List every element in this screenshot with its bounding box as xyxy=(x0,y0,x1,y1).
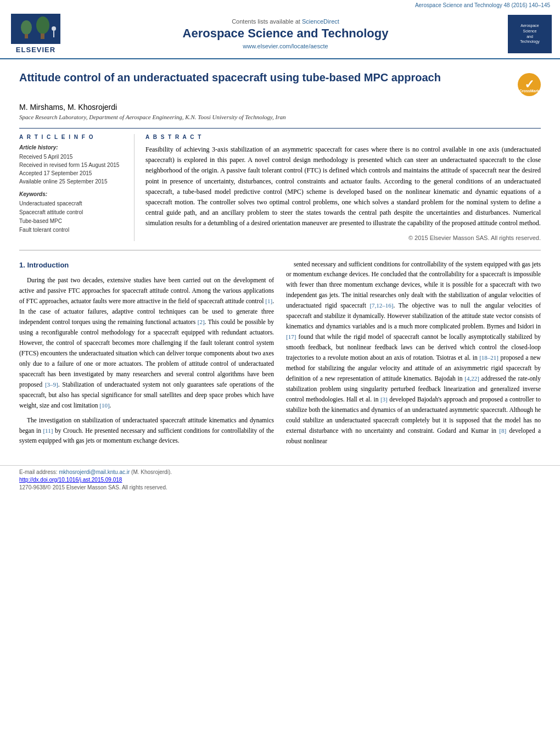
keyword-4: Fault tolerant control xyxy=(19,226,126,235)
body-para-1: During the past two decades, extensive s… xyxy=(19,275,274,411)
journal-url: www.elsevier.com/locate/aescte xyxy=(71,43,500,49)
article-title-row: Attitude control of an underactuated spa… xyxy=(19,70,541,96)
ref-3-hall-link[interactable]: [3] xyxy=(380,396,388,403)
body-left-column: 1. Introduction During the past two deca… xyxy=(19,259,274,451)
article-container: Attitude control of an underactuated spa… xyxy=(0,59,560,462)
article-info-abstract-section: A R T I C L E I N F O Article history: R… xyxy=(19,128,541,241)
crossmark-logo: ✓ CrossMark xyxy=(518,73,541,96)
journal-logo-container: AerospaceScienceandTechnology xyxy=(505,15,555,53)
crossmark-svg: ✓ CrossMark xyxy=(518,73,541,96)
article-title: Attitude control of an underactuated spa… xyxy=(19,70,518,85)
ref-11-link[interactable]: [11] xyxy=(43,427,53,434)
elsevier-wordmark: ELSEVIER xyxy=(16,46,55,54)
body-content: 1. Introduction During the past two deca… xyxy=(19,259,541,451)
body-right-column: sented necessary and sufficient conditio… xyxy=(286,259,541,451)
ref-4-22-link[interactable]: [4,22] xyxy=(464,375,479,382)
keyword-3: Tube-based MPC xyxy=(19,217,126,226)
crossmark-icon: ✓ CrossMark xyxy=(518,73,541,96)
history-line-1: Received 5 April 2015 xyxy=(19,153,126,161)
header-center: Contents lists available at ScienceDirec… xyxy=(66,18,505,49)
body-para-2: The investigation on stabilization of un… xyxy=(19,415,274,447)
journal-logo-text: AerospaceScienceandTechnology xyxy=(520,23,539,44)
svg-text:CrossMark: CrossMark xyxy=(519,89,539,93)
article-info-header: A R T I C L E I N F O xyxy=(19,134,126,140)
keywords-list: Underactuated spacecraft Spacecraft atti… xyxy=(19,199,126,235)
authors: M. Mirshams, M. Khosrojerdi xyxy=(19,103,541,111)
footer-email-line: E-mail address: mkhosrojerdi@mail.kntu.a… xyxy=(19,469,541,475)
section-divider xyxy=(19,250,541,250)
journal-ref-bar: Aerospace Science and Technology 48 (201… xyxy=(0,0,560,9)
ref-10-link[interactable]: [10] xyxy=(99,402,109,409)
history-label: Article history: xyxy=(19,144,126,150)
journal-title: Aerospace Science and Technology xyxy=(71,26,500,41)
header-contents-line: Contents lists available at ScienceDirec… xyxy=(71,18,500,25)
svg-rect-4 xyxy=(41,34,44,39)
elsevier-logo-box xyxy=(11,14,60,44)
elsevier-logo: ELSEVIER xyxy=(5,14,66,54)
body-para-3: sented necessary and sufficient conditio… xyxy=(286,259,541,447)
ref-17-link[interactable]: [17] xyxy=(286,333,296,340)
journal-ref-text: Aerospace Science and Technology 48 (201… xyxy=(415,2,550,8)
keywords-label: Keywords: xyxy=(19,191,126,197)
doi-link[interactable]: http://dx.doi.org/10.1016/j.ast.2015.09.… xyxy=(19,477,122,483)
email-person: M. Khosrojerdi xyxy=(133,469,168,475)
keyword-2: Spacecraft attitude control xyxy=(19,208,126,217)
ref-1-link[interactable]: [1] xyxy=(265,298,272,304)
abstract-column: A B S T R A C T Feasibility of achieving… xyxy=(145,134,541,241)
journal-logo-box: AerospaceScienceandTechnology xyxy=(508,15,552,53)
history-line-4: Available online 25 September 2015 xyxy=(19,177,126,186)
svg-point-3 xyxy=(36,16,49,34)
ref-18-21-link[interactable]: [18–21] xyxy=(479,354,499,361)
sciencedirect-link[interactable]: ScienceDirect xyxy=(302,18,339,25)
ref-2-link[interactable]: [2] xyxy=(198,319,205,325)
svg-point-1 xyxy=(21,20,32,35)
history-line-3: Accepted 17 September 2015 xyxy=(19,169,126,177)
history-line-2: Received in revised form 15 August 2015 xyxy=(19,161,126,169)
ref-7-12-16-link[interactable]: [7,12–16] xyxy=(369,302,393,309)
footer-doi: http://dx.doi.org/10.1016/j.ast.2015.09.… xyxy=(19,477,541,483)
email-label: E-mail address: xyxy=(19,469,57,475)
section1-heading: 1. Introduction xyxy=(19,259,274,271)
article-info-column: A R T I C L E I N F O Article history: R… xyxy=(19,134,135,241)
journal-header: ELSEVIER Contents lists available at Sci… xyxy=(0,9,560,59)
ref-3-9-link[interactable]: [3–9] xyxy=(45,381,58,388)
abstract-text: Feasibility of achieving 3-axis stabiliz… xyxy=(145,144,541,229)
email-link[interactable]: mkhosrojerdi@mail.kntu.ac.ir xyxy=(59,469,130,475)
ref-8-link[interactable]: [8] xyxy=(499,427,506,434)
footer-copyright: 1270-9638/© 2015 Elsevier Masson SAS. Al… xyxy=(19,484,541,490)
keyword-1: Underactuated spacecraft xyxy=(19,199,126,208)
abstract-copyright: © 2015 Elsevier Masson SAS. All rights r… xyxy=(145,235,541,241)
elsevier-tree-icon xyxy=(13,15,59,43)
abstract-header: A B S T R A C T xyxy=(145,134,541,140)
footer-section: E-mail address: mkhosrojerdi@mail.kntu.a… xyxy=(0,465,560,494)
svg-point-5 xyxy=(52,26,56,31)
svg-rect-2 xyxy=(25,34,28,38)
affiliation: Space Research Laboratory, Department of… xyxy=(19,114,541,120)
